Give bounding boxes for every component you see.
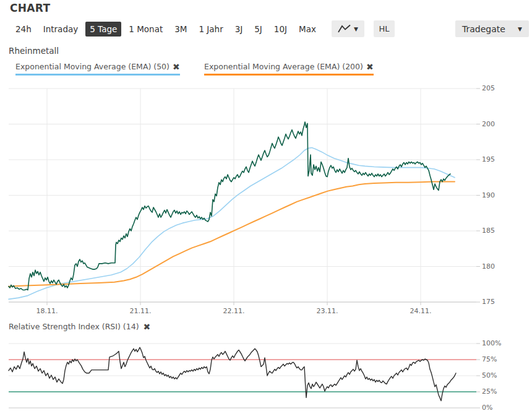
chevron-down-icon: ▼ (518, 26, 522, 32)
close-icon[interactable]: ✖ (144, 322, 151, 331)
y-axis-label: 100% (482, 339, 501, 347)
y-axis-label: 205 (482, 84, 495, 92)
y-axis-label: 180 (482, 262, 495, 270)
ema50-line (9, 148, 455, 300)
price-chart-svg[interactable] (0, 80, 532, 322)
range-tab-10j[interactable]: 10J (270, 22, 291, 37)
y-axis-label: 25% (482, 387, 497, 396)
y-axis-label: 195 (482, 155, 495, 163)
toolbar: 24hIntraday5 Tage1 Monat3M1 Jahr3J5J10JM… (0, 20, 532, 37)
y-axis-label: 175 (482, 298, 495, 306)
price-line (9, 122, 450, 290)
x-axis-label: 22.11. (215, 307, 252, 315)
range-tab-1-monat[interactable]: 1 Monat (124, 22, 167, 37)
range-tab-intraday[interactable]: Intraday (39, 22, 83, 37)
range-tab-3m[interactable]: 3M (170, 22, 191, 37)
range-tab-max[interactable]: Max (294, 22, 320, 37)
rsi-chart-svg[interactable] (0, 334, 532, 411)
indicator-label: Exponential Moving Average (EMA) (200) (204, 62, 363, 71)
hl-button[interactable]: HL (374, 20, 395, 37)
rsi-indicator-header: Relative Strength Index (RSI) (14) ✖ (9, 322, 150, 331)
y-axis-label: 185 (482, 227, 495, 235)
y-axis-label: 200 (482, 120, 495, 128)
page-title: CHART (10, 2, 50, 14)
range-tab-5j[interactable]: 5J (250, 22, 267, 37)
chart-type-button[interactable]: ▼ (332, 20, 364, 37)
indicator-label: Exponential Moving Average (EMA) (50) (15, 62, 169, 71)
close-icon[interactable]: ✖ (173, 63, 180, 71)
range-tab-1-jahr[interactable]: 1 Jahr (194, 22, 227, 37)
instrument-name: Rheinmetall (9, 46, 59, 56)
x-axis-label: 23.11. (309, 307, 346, 315)
range-tab-24h[interactable]: 24h (11, 22, 36, 37)
line-chart-icon (338, 24, 351, 33)
x-axis-label: 21.11. (122, 307, 159, 315)
chevron-down-icon: ▼ (354, 26, 358, 32)
y-axis-label: 75% (482, 355, 497, 363)
y-axis-label: 190 (482, 191, 495, 199)
x-axis-label: 24.11. (402, 307, 439, 315)
rsi-indicator-label: Relative Strength Index (RSI) (14) (9, 322, 139, 331)
range-tab-3j[interactable]: 3J (231, 22, 247, 37)
x-axis-label: 18.11. (28, 307, 66, 315)
close-icon[interactable]: ✖ (366, 63, 374, 71)
range-tab-5-tage[interactable]: 5 Tage (85, 22, 121, 37)
rsi-line (9, 347, 456, 400)
exchange-selector-label: Tradegate (462, 24, 505, 34)
y-axis-label: 0% (482, 404, 492, 411)
exchange-selector[interactable]: Tradegate ▼ (455, 20, 529, 37)
y-axis-label: 50% (482, 371, 497, 379)
indicator-chip-ema200: Exponential Moving Average (EMA) (200)✖ (204, 62, 374, 76)
ema200-line (9, 182, 455, 287)
range-tabs: 24hIntraday5 Tage1 Monat3M1 Jahr3J5J10JM… (11, 20, 324, 37)
indicator-chip-ema50: Exponential Moving Average (EMA) (50)✖ (15, 62, 180, 76)
